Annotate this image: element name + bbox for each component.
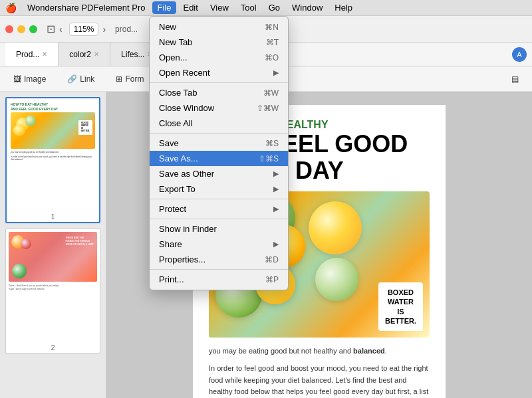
menu-close-all-label: Close All <box>159 118 279 128</box>
page-sidebar: HOW TO EAT HEALTHYAND FEEL GOOD EVERY DA… <box>0 92 106 398</box>
link-tool-label: Link <box>80 74 94 84</box>
file-menu[interactable]: New ⌘N New Tab ⌘T Open... ⌘O Open Recent… <box>149 16 289 290</box>
menu-save-label: Save <box>159 138 265 148</box>
menu-show-in-finder[interactable]: Show in Finder <box>150 221 288 237</box>
menu-save-as-shortcut: ⇧⌘S <box>259 154 279 163</box>
menu-open-label: Open... <box>159 52 265 62</box>
link-tool-button[interactable]: 🔗 Link <box>62 72 100 86</box>
sidebar-toggle[interactable]: ⊡ <box>47 23 55 35</box>
body-para-1: you may be eating good but not healthy a… <box>209 346 430 357</box>
menu-protect-label: Protect <box>159 204 273 214</box>
tab-prod-label: Prod... <box>16 50 39 59</box>
menu-new[interactable]: New ⌘N <box>150 19 288 35</box>
thumb-2-num: 2 <box>6 342 100 353</box>
panel-icon: ▤ <box>511 74 519 84</box>
thumb-2-preview: THESE ARE THEFOODS YOU SHOULDAVOID OR EA… <box>6 229 100 342</box>
menu-close-tab-label: Close Tab <box>159 88 263 98</box>
tab-color2-label: color2 <box>69 50 91 59</box>
menu-show-in-finder-label: Show in Finder <box>159 224 279 234</box>
link-icon: 🔗 <box>67 74 77 84</box>
menu-properties-label: Properties... <box>159 254 265 264</box>
thumb-1-num: 1 <box>7 211 99 222</box>
body-para-2: In order to feel good and boost your moo… <box>209 363 430 398</box>
menu-save-shortcut: ⌘S <box>265 139 279 148</box>
menubar-edit[interactable]: Edit <box>178 1 203 14</box>
menu-new-label: New <box>159 22 265 32</box>
image-tool-label: Image <box>24 74 46 84</box>
menu-print[interactable]: Print... ⌘P <box>150 272 288 287</box>
menu-new-tab-label: New Tab <box>159 37 266 47</box>
menu-export-to-label: Export To <box>159 184 273 194</box>
menu-open[interactable]: Open... ⌘O <box>150 50 288 65</box>
traffic-lights <box>5 25 37 33</box>
back-icon[interactable]: ‹ <box>59 24 63 35</box>
menu-new-shortcut: ⌘N <box>265 23 279 32</box>
boxed-water-label: BOXEDWATERISBETTER. <box>378 282 423 331</box>
tab-prod[interactable]: Prod... ✕ <box>5 43 59 66</box>
menu-save-as-other-label: Save as Other <box>159 169 273 179</box>
menu-close-window-shortcut: ⇧⌘W <box>257 104 279 113</box>
separator-1 <box>150 82 288 83</box>
thumb-1-preview: HOW TO EAT HEALTHYAND FEEL GOOD EVERY DA… <box>7 98 99 211</box>
image-icon: 🖼 <box>13 74 21 84</box>
menu-share[interactable]: Share ▶ <box>150 237 288 252</box>
forward-icon[interactable]: › <box>102 24 106 35</box>
menu-export-to[interactable]: Export To ▶ <box>150 181 288 197</box>
menu-open-shortcut: ⌘O <box>265 53 279 62</box>
menu-save-as-label: Save As... <box>159 153 259 163</box>
menu-protect-arrow: ▶ <box>273 205 279 213</box>
menu-new-tab[interactable]: New Tab ⌘T <box>150 35 288 50</box>
form-tool-label: Form <box>125 74 144 84</box>
form-icon: ⊞ <box>116 74 122 84</box>
menu-save-as[interactable]: Save As... ⇧⌘S <box>150 151 288 166</box>
menu-close-tab[interactable]: Close Tab ⌘W <box>150 85 288 100</box>
menu-protect[interactable]: Protect ▶ <box>150 201 288 217</box>
menu-share-label: Share <box>159 239 273 249</box>
menu-close-window[interactable]: Close Window ⇧⌘W <box>150 100 288 116</box>
menubar: 🍎 Wondershare PDFelement Pro File Edit V… <box>0 0 532 16</box>
maximize-button[interactable] <box>29 25 37 33</box>
minimize-button[interactable] <box>17 25 25 33</box>
separator-5 <box>150 269 288 270</box>
menu-close-all[interactable]: Close All <box>150 116 288 131</box>
menubar-app-name: Wondershare PDFelement Pro <box>22 1 151 14</box>
separator-2 <box>150 133 288 134</box>
filename-label: prod... <box>115 25 138 34</box>
menu-share-arrow: ▶ <box>273 240 279 249</box>
separator-4 <box>150 219 288 219</box>
menu-close-window-label: Close Window <box>159 103 257 113</box>
zoom-level[interactable]: 115% <box>69 23 99 36</box>
close-button[interactable] <box>5 25 13 33</box>
menubar-go[interactable]: Go <box>263 1 285 14</box>
menu-save[interactable]: Save ⌘S <box>150 136 288 151</box>
menu-open-recent[interactable]: Open Recent ▶ <box>150 65 288 80</box>
apple-icon[interactable]: 🍎 <box>5 3 17 13</box>
separator-3 <box>150 199 288 199</box>
menu-properties[interactable]: Properties... ⌘D <box>150 252 288 267</box>
menubar-help[interactable]: Help <box>329 1 358 14</box>
tab-lifes-label: Lifes... <box>121 50 144 59</box>
menu-open-recent-label: Open Recent <box>159 68 273 78</box>
page-thumb-1[interactable]: HOW TO EAT HEALTHYAND FEEL GOOD EVERY DA… <box>5 97 100 223</box>
page-thumb-2[interactable]: THESE ARE THEFOODS YOU SHOULDAVOID OR EA… <box>5 229 100 353</box>
tab-prod-close[interactable]: ✕ <box>42 50 47 58</box>
menu-new-tab-shortcut: ⌘T <box>266 38 279 47</box>
tab-color2-close[interactable]: ✕ <box>94 50 99 58</box>
menu-open-recent-arrow: ▶ <box>273 68 279 77</box>
menu-properties-shortcut: ⌘D <box>265 255 279 264</box>
menubar-tool[interactable]: Tool <box>235 1 262 14</box>
form-tool-button[interactable]: ⊞ Form <box>110 72 149 86</box>
avatar[interactable]: A <box>512 47 527 62</box>
menubar-view[interactable]: View <box>205 1 234 14</box>
menu-save-as-other[interactable]: Save as Other ▶ <box>150 166 288 181</box>
menubar-file[interactable]: File <box>152 1 177 14</box>
menu-close-tab-shortcut: ⌘W <box>263 88 279 98</box>
tab-color2[interactable]: color2 ✕ <box>59 43 110 66</box>
image-tool-button[interactable]: 🖼 Image <box>8 72 51 86</box>
menu-save-as-other-arrow: ▶ <box>273 169 279 178</box>
page-body: you may be eating good but not healthy a… <box>209 346 430 398</box>
menu-print-label: Print... <box>159 274 265 284</box>
menubar-window[interactable]: Window <box>287 1 328 14</box>
panel-toggle-button[interactable]: ▤ <box>506 72 524 86</box>
menu-print-shortcut: ⌘P <box>265 275 279 284</box>
